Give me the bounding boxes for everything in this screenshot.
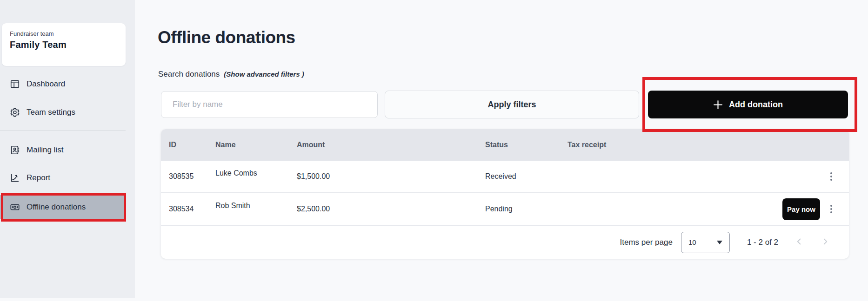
page-title: Offline donations xyxy=(158,28,295,47)
report-chart-icon xyxy=(9,173,20,183)
sidebar-item-dashboard[interactable]: Dashboard xyxy=(0,72,126,96)
next-page-button[interactable] xyxy=(820,236,830,248)
cell-id: 308535 xyxy=(169,172,215,181)
team-card-eyebrow: Fundraiser team xyxy=(10,30,126,37)
team-card: Fundraiser team Family Team xyxy=(2,23,126,66)
apply-filters-button[interactable]: Apply filters xyxy=(385,91,639,118)
search-donations-text: Search donations xyxy=(158,70,220,79)
donations-table: ID Name Amount Status Tax receipt 308535… xyxy=(161,129,849,259)
sidebar-item-mailing-list[interactable]: Mailing list xyxy=(0,138,126,162)
dashboard-icon xyxy=(9,79,20,90)
table-header-row: ID Name Amount Status Tax receipt xyxy=(161,129,849,161)
filter-by-name-input[interactable] xyxy=(161,91,378,118)
items-per-page-select[interactable]: 10 xyxy=(681,232,730,253)
sidebar-item-label: Dashboard xyxy=(27,79,65,89)
table-row: 308535 Luke Combs $1,500.00 Received xyxy=(161,161,849,192)
caret-down-icon xyxy=(717,241,722,244)
cell-name: Luke Combs xyxy=(215,169,297,177)
column-header-tax-receipt: Tax receipt xyxy=(568,141,768,149)
sidebar: Fundraiser team Family Team Dashboard Te… xyxy=(0,0,135,298)
items-per-page-value: 10 xyxy=(688,238,696,246)
column-header-amount: Amount xyxy=(297,141,485,149)
pagination-range: 1 - 2 of 2 xyxy=(747,238,778,247)
column-header-id: ID xyxy=(169,141,215,149)
table-row: 308534 Rob Smith $2,500.00 Pending Pay n… xyxy=(161,192,849,225)
cell-amount: $1,500.00 xyxy=(297,172,485,181)
previous-page-button[interactable] xyxy=(794,236,804,248)
show-advanced-filters-link[interactable]: (Show advanced filters ) xyxy=(224,70,304,78)
cell-amount: $2,500.00 xyxy=(297,205,485,213)
sidebar-item-offline-donations[interactable]: Offline donations xyxy=(0,195,126,219)
plus-icon xyxy=(713,100,723,110)
contact-book-icon xyxy=(9,145,20,156)
gear-icon xyxy=(9,107,20,118)
column-header-name: Name xyxy=(215,141,297,149)
sidebar-item-label: Mailing list xyxy=(27,145,63,155)
search-donations-label: Search donations(Show advanced filters ) xyxy=(158,70,304,79)
sidebar-divider xyxy=(0,130,126,131)
cell-id: 308534 xyxy=(169,205,215,213)
banknote-icon xyxy=(9,202,20,213)
sidebar-item-report[interactable]: Report xyxy=(0,166,126,190)
cell-status: Pending xyxy=(485,205,568,213)
add-donation-button[interactable]: Add donation xyxy=(648,91,848,118)
chevron-left-icon xyxy=(794,236,804,247)
cell-status: Received xyxy=(485,172,568,181)
sidebar-item-label: Offline donations xyxy=(27,203,86,212)
team-name: Family Team xyxy=(10,39,126,50)
cell-name: Rob Smith xyxy=(215,202,297,210)
pay-now-button[interactable]: Pay now xyxy=(782,198,820,220)
column-header-status: Status xyxy=(485,141,568,149)
chevron-right-icon xyxy=(820,236,830,247)
sidebar-item-label: Team settings xyxy=(27,108,75,117)
sidebar-item-team-settings[interactable]: Team settings xyxy=(0,100,126,124)
kebab-menu-icon[interactable] xyxy=(828,170,835,183)
sidebar-item-label: Report xyxy=(27,173,50,183)
items-per-page-label: Items per page xyxy=(620,238,672,247)
add-donation-label: Add donation xyxy=(729,100,783,110)
kebab-menu-icon[interactable] xyxy=(828,202,835,216)
pagination-bar: Items per page 10 1 - 2 of 2 xyxy=(161,225,849,259)
